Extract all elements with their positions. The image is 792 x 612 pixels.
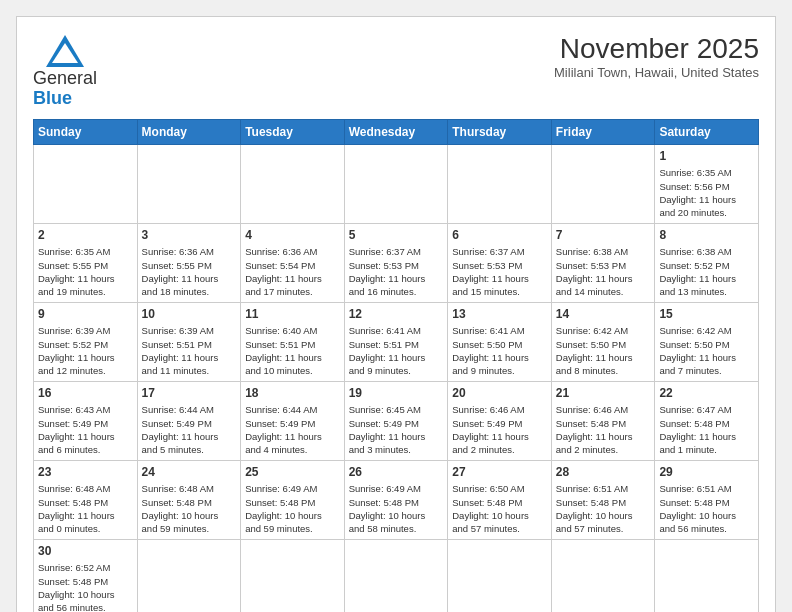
calendar-week-row: 30Sunrise: 6:52 AM Sunset: 5:48 PM Dayli… — [34, 539, 759, 612]
day-number: 2 — [38, 227, 133, 244]
calendar-cell — [344, 539, 448, 612]
day-info: Sunrise: 6:37 AM Sunset: 5:53 PM Dayligh… — [349, 245, 444, 298]
location: Mililani Town, Hawaii, United States — [554, 65, 759, 80]
calendar-cell — [551, 539, 655, 612]
header: General Blue November 2025 Mililani Town… — [33, 33, 759, 109]
weekday-header: Thursday — [448, 119, 552, 144]
calendar-cell: 25Sunrise: 6:49 AM Sunset: 5:48 PM Dayli… — [241, 460, 345, 539]
calendar-cell: 29Sunrise: 6:51 AM Sunset: 5:48 PM Dayli… — [655, 460, 759, 539]
day-info: Sunrise: 6:36 AM Sunset: 5:55 PM Dayligh… — [142, 245, 237, 298]
day-number: 26 — [349, 464, 444, 481]
day-number: 21 — [556, 385, 651, 402]
calendar-cell — [34, 144, 138, 223]
calendar-cell: 9Sunrise: 6:39 AM Sunset: 5:52 PM Daylig… — [34, 302, 138, 381]
title-section: November 2025 Mililani Town, Hawaii, Uni… — [554, 33, 759, 80]
day-number: 27 — [452, 464, 547, 481]
day-number: 20 — [452, 385, 547, 402]
calendar-cell: 7Sunrise: 6:38 AM Sunset: 5:53 PM Daylig… — [551, 223, 655, 302]
weekday-header: Tuesday — [241, 119, 345, 144]
calendar-cell — [344, 144, 448, 223]
calendar-cell: 15Sunrise: 6:42 AM Sunset: 5:50 PM Dayli… — [655, 302, 759, 381]
day-info: Sunrise: 6:43 AM Sunset: 5:49 PM Dayligh… — [38, 403, 133, 456]
calendar-cell: 16Sunrise: 6:43 AM Sunset: 5:49 PM Dayli… — [34, 381, 138, 460]
day-number: 14 — [556, 306, 651, 323]
calendar-cell: 13Sunrise: 6:41 AM Sunset: 5:50 PM Dayli… — [448, 302, 552, 381]
calendar-cell: 28Sunrise: 6:51 AM Sunset: 5:48 PM Dayli… — [551, 460, 655, 539]
day-number: 13 — [452, 306, 547, 323]
calendar-cell: 11Sunrise: 6:40 AM Sunset: 5:51 PM Dayli… — [241, 302, 345, 381]
day-info: Sunrise: 6:38 AM Sunset: 5:52 PM Dayligh… — [659, 245, 754, 298]
logo-icon — [44, 33, 86, 69]
day-number: 15 — [659, 306, 754, 323]
day-info: Sunrise: 6:49 AM Sunset: 5:48 PM Dayligh… — [349, 482, 444, 535]
calendar-week-row: 1Sunrise: 6:35 AM Sunset: 5:56 PM Daylig… — [34, 144, 759, 223]
day-info: Sunrise: 6:44 AM Sunset: 5:49 PM Dayligh… — [142, 403, 237, 456]
calendar-cell — [448, 539, 552, 612]
day-info: Sunrise: 6:48 AM Sunset: 5:48 PM Dayligh… — [38, 482, 133, 535]
calendar-week-row: 2Sunrise: 6:35 AM Sunset: 5:55 PM Daylig… — [34, 223, 759, 302]
day-info: Sunrise: 6:42 AM Sunset: 5:50 PM Dayligh… — [659, 324, 754, 377]
day-number: 25 — [245, 464, 340, 481]
logo-text: General Blue — [33, 69, 97, 109]
weekday-header-row: SundayMondayTuesdayWednesdayThursdayFrid… — [34, 119, 759, 144]
weekday-header: Friday — [551, 119, 655, 144]
day-info: Sunrise: 6:45 AM Sunset: 5:49 PM Dayligh… — [349, 403, 444, 456]
calendar-week-row: 9Sunrise: 6:39 AM Sunset: 5:52 PM Daylig… — [34, 302, 759, 381]
day-number: 9 — [38, 306, 133, 323]
calendar-cell: 22Sunrise: 6:47 AM Sunset: 5:48 PM Dayli… — [655, 381, 759, 460]
day-info: Sunrise: 6:37 AM Sunset: 5:53 PM Dayligh… — [452, 245, 547, 298]
day-info: Sunrise: 6:41 AM Sunset: 5:50 PM Dayligh… — [452, 324, 547, 377]
calendar-cell: 18Sunrise: 6:44 AM Sunset: 5:49 PM Dayli… — [241, 381, 345, 460]
weekday-header: Saturday — [655, 119, 759, 144]
day-number: 16 — [38, 385, 133, 402]
calendar-cell: 4Sunrise: 6:36 AM Sunset: 5:54 PM Daylig… — [241, 223, 345, 302]
day-number: 7 — [556, 227, 651, 244]
calendar-cell: 21Sunrise: 6:46 AM Sunset: 5:48 PM Dayli… — [551, 381, 655, 460]
calendar-cell — [241, 144, 345, 223]
day-info: Sunrise: 6:52 AM Sunset: 5:48 PM Dayligh… — [38, 561, 133, 612]
day-info: Sunrise: 6:50 AM Sunset: 5:48 PM Dayligh… — [452, 482, 547, 535]
weekday-header: Sunday — [34, 119, 138, 144]
day-number: 12 — [349, 306, 444, 323]
month-year: November 2025 — [554, 33, 759, 65]
calendar-cell: 8Sunrise: 6:38 AM Sunset: 5:52 PM Daylig… — [655, 223, 759, 302]
day-info: Sunrise: 6:41 AM Sunset: 5:51 PM Dayligh… — [349, 324, 444, 377]
day-info: Sunrise: 6:44 AM Sunset: 5:49 PM Dayligh… — [245, 403, 340, 456]
calendar-cell: 3Sunrise: 6:36 AM Sunset: 5:55 PM Daylig… — [137, 223, 241, 302]
calendar-week-row: 16Sunrise: 6:43 AM Sunset: 5:49 PM Dayli… — [34, 381, 759, 460]
logo-line2: Blue — [33, 89, 97, 109]
logo: General Blue — [33, 33, 97, 109]
calendar-cell — [448, 144, 552, 223]
calendar-cell — [241, 539, 345, 612]
day-number: 19 — [349, 385, 444, 402]
day-number: 10 — [142, 306, 237, 323]
day-info: Sunrise: 6:49 AM Sunset: 5:48 PM Dayligh… — [245, 482, 340, 535]
day-info: Sunrise: 6:46 AM Sunset: 5:48 PM Dayligh… — [556, 403, 651, 456]
day-number: 29 — [659, 464, 754, 481]
day-number: 22 — [659, 385, 754, 402]
calendar-cell: 27Sunrise: 6:50 AM Sunset: 5:48 PM Dayli… — [448, 460, 552, 539]
day-info: Sunrise: 6:47 AM Sunset: 5:48 PM Dayligh… — [659, 403, 754, 456]
day-info: Sunrise: 6:48 AM Sunset: 5:48 PM Dayligh… — [142, 482, 237, 535]
page: General Blue November 2025 Mililani Town… — [16, 16, 776, 612]
day-info: Sunrise: 6:36 AM Sunset: 5:54 PM Dayligh… — [245, 245, 340, 298]
day-number: 17 — [142, 385, 237, 402]
day-info: Sunrise: 6:35 AM Sunset: 5:56 PM Dayligh… — [659, 166, 754, 219]
day-info: Sunrise: 6:46 AM Sunset: 5:49 PM Dayligh… — [452, 403, 547, 456]
calendar-cell: 12Sunrise: 6:41 AM Sunset: 5:51 PM Dayli… — [344, 302, 448, 381]
day-number: 11 — [245, 306, 340, 323]
calendar-cell: 30Sunrise: 6:52 AM Sunset: 5:48 PM Dayli… — [34, 539, 138, 612]
logo-line1: General — [33, 69, 97, 89]
calendar-cell: 20Sunrise: 6:46 AM Sunset: 5:49 PM Dayli… — [448, 381, 552, 460]
calendar-cell: 10Sunrise: 6:39 AM Sunset: 5:51 PM Dayli… — [137, 302, 241, 381]
day-number: 3 — [142, 227, 237, 244]
calendar-cell: 6Sunrise: 6:37 AM Sunset: 5:53 PM Daylig… — [448, 223, 552, 302]
calendar-table: SundayMondayTuesdayWednesdayThursdayFrid… — [33, 119, 759, 612]
weekday-header: Wednesday — [344, 119, 448, 144]
calendar-cell: 26Sunrise: 6:49 AM Sunset: 5:48 PM Dayli… — [344, 460, 448, 539]
day-number: 24 — [142, 464, 237, 481]
day-info: Sunrise: 6:42 AM Sunset: 5:50 PM Dayligh… — [556, 324, 651, 377]
calendar-cell — [655, 539, 759, 612]
day-number: 8 — [659, 227, 754, 244]
day-info: Sunrise: 6:51 AM Sunset: 5:48 PM Dayligh… — [556, 482, 651, 535]
